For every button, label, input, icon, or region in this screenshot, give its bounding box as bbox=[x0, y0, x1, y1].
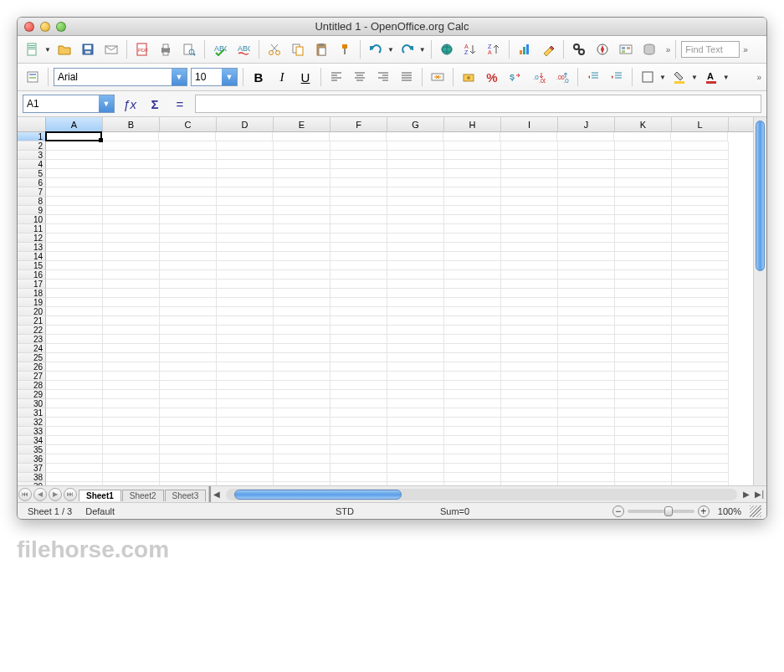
zoom-slider-track[interactable] bbox=[628, 510, 694, 513]
cell[interactable] bbox=[160, 215, 217, 224]
next-sheet-button[interactable]: ▶ bbox=[49, 488, 62, 501]
cell[interactable] bbox=[444, 418, 501, 427]
cell[interactable] bbox=[615, 178, 672, 187]
cell[interactable] bbox=[46, 280, 103, 289]
cell[interactable] bbox=[103, 178, 160, 187]
cell[interactable] bbox=[558, 316, 615, 326]
standard-format-button[interactable]: Ş bbox=[505, 67, 525, 87]
cell[interactable] bbox=[160, 454, 217, 464]
row-header[interactable]: 2 bbox=[18, 141, 46, 151]
cell[interactable] bbox=[558, 141, 615, 151]
datasources-button[interactable] bbox=[639, 39, 659, 59]
cell[interactable] bbox=[103, 289, 160, 298]
cell[interactable] bbox=[331, 224, 387, 233]
row-header[interactable]: 12 bbox=[18, 233, 46, 243]
row-header[interactable]: 15 bbox=[18, 261, 46, 270]
cell[interactable] bbox=[103, 197, 160, 206]
row-header[interactable]: 26 bbox=[18, 362, 46, 372]
cell[interactable] bbox=[558, 224, 615, 233]
row-header[interactable]: 8 bbox=[18, 197, 46, 206]
cell[interactable] bbox=[217, 418, 274, 427]
cell[interactable] bbox=[217, 252, 274, 261]
cell[interactable] bbox=[103, 399, 160, 408]
cell[interactable] bbox=[444, 141, 501, 151]
row-header[interactable]: 11 bbox=[18, 224, 46, 233]
currency-button[interactable] bbox=[459, 67, 479, 87]
cell[interactable] bbox=[46, 464, 103, 473]
cell[interactable] bbox=[672, 399, 729, 408]
cell[interactable] bbox=[331, 187, 387, 197]
cell[interactable] bbox=[672, 151, 729, 160]
cell[interactable] bbox=[274, 261, 331, 270]
cell[interactable] bbox=[331, 326, 387, 335]
row-header[interactable]: 35 bbox=[18, 445, 46, 454]
cell[interactable] bbox=[444, 307, 501, 316]
cell[interactable] bbox=[501, 399, 558, 408]
cell-ref-input[interactable] bbox=[23, 95, 99, 112]
cell[interactable] bbox=[444, 326, 501, 335]
cell[interactable] bbox=[672, 316, 729, 326]
cell[interactable] bbox=[274, 270, 331, 280]
cell[interactable] bbox=[274, 436, 331, 445]
decrease-indent-button[interactable] bbox=[583, 67, 603, 87]
cell[interactable] bbox=[672, 362, 729, 372]
cell[interactable] bbox=[274, 326, 331, 335]
cell[interactable] bbox=[558, 436, 615, 445]
cell[interactable] bbox=[46, 436, 103, 445]
cell[interactable] bbox=[558, 381, 615, 390]
cell[interactable] bbox=[46, 261, 103, 270]
cell[interactable] bbox=[160, 316, 217, 326]
cell[interactable] bbox=[160, 178, 217, 187]
cell[interactable] bbox=[274, 141, 331, 151]
cell[interactable] bbox=[501, 436, 558, 445]
add-decimal-button[interactable]: .0.00 bbox=[529, 67, 549, 87]
row-header[interactable]: 28 bbox=[18, 381, 46, 390]
cell[interactable] bbox=[46, 353, 103, 362]
cell[interactable] bbox=[387, 298, 444, 307]
cell[interactable] bbox=[558, 473, 615, 482]
cell[interactable] bbox=[672, 445, 729, 454]
cell[interactable] bbox=[217, 362, 274, 372]
gallery-button[interactable] bbox=[616, 39, 636, 59]
cell[interactable] bbox=[672, 178, 729, 187]
cell[interactable] bbox=[615, 316, 672, 326]
align-left-button[interactable] bbox=[326, 67, 346, 87]
cell[interactable] bbox=[500, 132, 557, 141]
paste-button[interactable] bbox=[311, 39, 331, 59]
cell[interactable] bbox=[331, 178, 387, 187]
cell[interactable] bbox=[274, 473, 331, 482]
cell[interactable] bbox=[331, 206, 387, 215]
cell[interactable] bbox=[444, 187, 501, 197]
cell[interactable] bbox=[672, 261, 729, 270]
cell[interactable] bbox=[331, 307, 387, 316]
cell[interactable] bbox=[444, 464, 501, 473]
align-justify-button[interactable] bbox=[397, 67, 417, 87]
cell[interactable] bbox=[615, 390, 672, 399]
cell[interactable] bbox=[672, 252, 729, 261]
cell[interactable] bbox=[501, 252, 558, 261]
cell[interactable] bbox=[331, 427, 387, 436]
cell[interactable] bbox=[387, 335, 444, 344]
cell[interactable] bbox=[615, 362, 672, 372]
row-header[interactable]: 24 bbox=[18, 344, 46, 353]
cell[interactable] bbox=[217, 160, 274, 169]
cell[interactable] bbox=[501, 261, 558, 270]
cell[interactable] bbox=[217, 270, 274, 280]
cell[interactable] bbox=[103, 335, 160, 344]
cell[interactable] bbox=[160, 187, 217, 197]
cell[interactable] bbox=[387, 418, 444, 427]
cell[interactable] bbox=[331, 169, 387, 178]
cell[interactable] bbox=[672, 408, 729, 418]
font-color-button[interactable]: A bbox=[701, 67, 721, 87]
column-header[interactable]: E bbox=[274, 117, 331, 131]
cell[interactable] bbox=[160, 362, 217, 372]
cell[interactable] bbox=[387, 307, 444, 316]
zoom-in-button[interactable]: + bbox=[698, 505, 710, 517]
cell[interactable] bbox=[615, 381, 672, 390]
cell[interactable] bbox=[217, 169, 274, 178]
cell[interactable] bbox=[615, 197, 672, 206]
cell[interactable] bbox=[387, 482, 444, 485]
font-size-input[interactable] bbox=[192, 69, 222, 85]
cell[interactable] bbox=[46, 344, 103, 353]
cell[interactable] bbox=[672, 224, 729, 233]
